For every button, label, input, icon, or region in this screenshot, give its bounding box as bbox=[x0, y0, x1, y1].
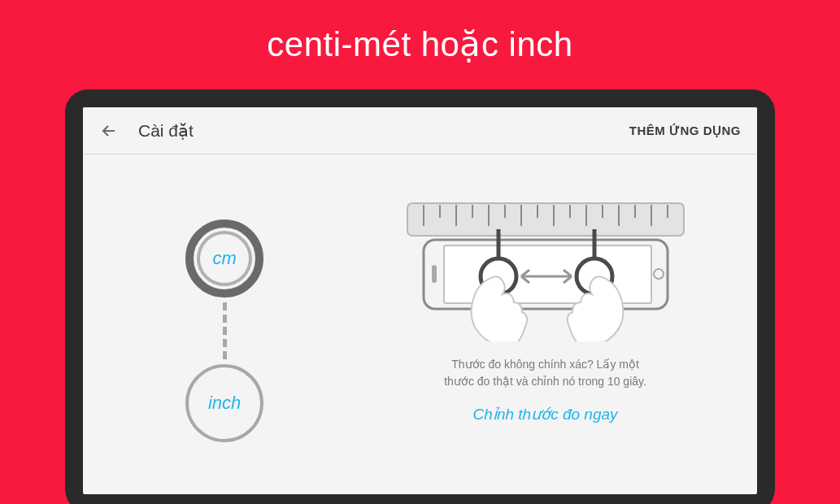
calibration-hint: Thước đo không chính xác? Lấy một thước … bbox=[444, 356, 646, 390]
app-bar-title: Cài đặt bbox=[138, 121, 629, 141]
promo-title: centi-mét hoặc inch bbox=[0, 0, 840, 64]
unit-selector-pane: cm inch bbox=[83, 195, 366, 494]
more-apps-button[interactable]: THÊM ỨNG DỤNG bbox=[629, 124, 741, 138]
app-bar: Cài đặt THÊM ỨNG DỤNG bbox=[83, 107, 757, 154]
settings-content: cm inch bbox=[83, 154, 757, 494]
tablet-screen: Cài đặt THÊM ỨNG DỤNG cm inch bbox=[83, 107, 757, 494]
calibration-illustration bbox=[399, 195, 692, 341]
unit-option-cm[interactable]: cm bbox=[185, 219, 263, 298]
unit-selector: cm inch bbox=[185, 219, 263, 494]
calibrate-pane: Thước đo không chính xác? Lấy một thước … bbox=[366, 195, 757, 494]
svg-rect-20 bbox=[432, 265, 437, 283]
hint-line-2: thước đo thật và chỉnh nó trong 10 giây. bbox=[444, 375, 646, 388]
svg-rect-0 bbox=[407, 203, 684, 236]
back-arrow-icon[interactable] bbox=[99, 121, 119, 141]
tablet-frame: Cài đặt THÊM ỨNG DỤNG cm inch bbox=[65, 89, 775, 504]
unit-option-inch[interactable]: inch bbox=[185, 364, 263, 442]
hint-line-1: Thước đo không chính xác? Lấy một bbox=[451, 358, 639, 371]
unit-connector-line bbox=[223, 302, 227, 359]
calibrate-now-button[interactable]: Chỉnh thước đo ngay bbox=[473, 405, 618, 424]
